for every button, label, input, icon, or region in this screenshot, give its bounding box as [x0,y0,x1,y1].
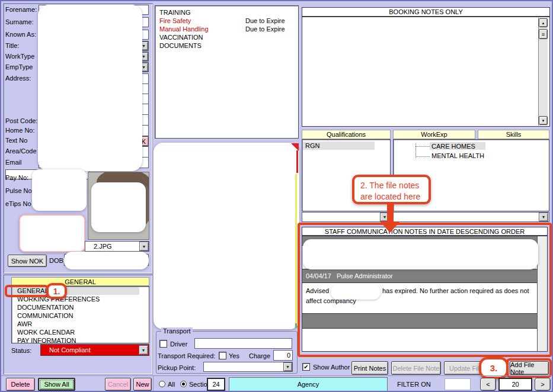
section-item-pay-information[interactable]: PAY INFORMATION [17,337,76,344]
yellow-panel-sliver [295,174,297,323]
tree-line-mental-health [415,156,430,157]
booking-notes-scrollbar[interactable]: ▲ ≡ ▼ [538,18,548,126]
scroll-up-icon[interactable]: ▲ [539,18,548,27]
personal-details-redaction [38,5,142,171]
training-line-vaccination[interactable]: VACCINATION [159,34,203,41]
prev-record-button[interactable]: < [480,378,496,391]
print-notes-button[interactable]: Print Notes [351,361,388,375]
section-item-documentation[interactable]: DOCUMENTATION [17,304,74,311]
address-label: Address: [5,75,31,82]
staff-record-window: Forename: Surname: Known As: Title: Work… [0,0,553,392]
annotation-step1-bubble: 1. [46,283,67,299]
booking-notes-textarea[interactable] [302,17,550,127]
section-number-input[interactable]: 24 [207,378,225,391]
known-as-label: Known As: [5,31,36,38]
forename-label: Forename: [5,6,37,13]
note-1-redaction [303,239,538,269]
pay-no-label: Pay No: [5,174,28,181]
yes-label: Yes [229,352,239,359]
filter-on-label: FILTER ON [397,381,431,388]
middle-notes-redaction [154,143,299,329]
training-line-documents[interactable]: DOCUMENTS [159,42,202,49]
filter-input[interactable] [445,378,471,390]
green-panel-sliver [295,323,297,328]
note-row-2-header[interactable]: 04/04/17 Pulse Administrator [302,269,537,283]
workexp-item-mental-health[interactable]: MENTAL HEALTH [431,152,484,159]
delete-button[interactable]: Delete [6,378,35,391]
status-label: Status: [11,347,31,354]
area-code-label: Area/Code [5,147,37,155]
status-select[interactable]: Not Compliant [40,344,149,356]
booking-notes-title: BOOKING NOTES ONLY [302,7,550,17]
show-all-button[interactable]: Show All [38,378,75,391]
qualifications-combo[interactable] [302,212,391,222]
training-status-fire-safety: Due to Expire [245,17,285,24]
qualification-item-rgn[interactable]: RGN [305,142,319,149]
tab-workexp[interactable]: WorkExp [393,130,475,139]
pickup-point-select[interactable] [203,362,293,372]
staff-notes-title: STAFF COMMUNICATION NOTES IN DATE DESCEN… [302,227,548,236]
note-2-text-end: has expired. No further action required … [382,287,529,294]
note-row-3-body[interactable] [302,329,537,351]
driver-checkbox[interactable] [159,340,167,348]
show-author-label: Show Author [313,364,350,371]
next-record-button[interactable]: > [535,378,551,391]
pay-numbers-redaction [32,169,87,211]
delete-file-note-button[interactable]: Delete File Note [391,361,441,375]
staff-notes-scrollbar[interactable] [537,236,547,351]
driver-input[interactable] [194,338,292,349]
email-label: Email [5,159,22,166]
photo-face-redaction [91,182,146,232]
note-2-redaction [331,284,381,300]
status-dropdown-icon[interactable]: ▼ [139,345,148,355]
pickup-point-label: Pickup Point: [158,364,196,371]
section-item-awr[interactable]: AWR [17,320,32,327]
postcode-label: Post Code: [5,117,37,124]
show-author-checkbox[interactable]: ✔ [302,363,310,371]
training-status-manual-handling: Due to Expire [245,25,285,33]
pickup-dropdown-icon[interactable]: ▼ [283,362,292,371]
add-file-note-button[interactable]: Add File Note [510,361,549,375]
new-button[interactable]: New [133,378,152,391]
text-no-label: Text No [5,137,27,144]
dob-label: DOB: [49,257,65,264]
tab-skills[interactable]: Skills [478,130,549,139]
pulse-no-label: Pulse No [5,187,32,194]
section-radio[interactable] [180,381,187,387]
training-line-header[interactable]: TRAINING [159,9,191,16]
workexp-item-care-homes[interactable]: CARE HOMES [431,143,475,150]
note-2-author: Pulse Administrator [337,272,393,279]
skills-combo-dropdown-icon[interactable]: ▼ [539,213,548,221]
nok-field-redaction [19,214,85,252]
skills-combo[interactable] [393,212,549,222]
title-label: Title: [5,42,19,49]
transport-required-checkbox[interactable] [219,352,226,359]
driver-label: Driver [170,340,187,348]
all-radio[interactable] [159,381,165,387]
surname-label: Surname: [5,18,34,25]
bottom-seam-left [153,375,154,392]
scrollbar-thumb[interactable]: ≡ [539,29,548,39]
note-row-3-header[interactable] [302,314,537,329]
all-radio-label: All [168,381,175,388]
emptype-label: EmpType [5,63,33,70]
worktype-label: WorkType [5,53,34,60]
photo-file-dropdown-icon[interactable]: ▼ [139,242,149,251]
training-line-manual-handling[interactable]: Manual Handling [159,25,209,33]
record-count-input[interactable]: 20 [498,378,532,391]
annotation-arrow-head [380,221,400,233]
scroll-down-icon[interactable]: ▼ [539,116,548,125]
tab-qualifications[interactable]: Qualifications [302,130,391,139]
transport-legend: Transport [161,327,193,335]
annotation-step1-ring [5,285,49,297]
training-line-fire-safety[interactable]: Fire Safety [159,17,191,24]
section-item-communication[interactable]: COMMUNICATION [17,312,73,319]
home-no-label: Home No: [5,127,35,134]
agency-banner: Agency [229,377,388,391]
charge-input[interactable]: 0 [273,350,293,361]
show-nok-button[interactable]: Show NOK [8,255,47,267]
cancel-button[interactable]: Cancel [105,378,131,391]
note-corner-stripe [296,150,298,173]
etips-no-label: eTips No [5,200,31,207]
section-item-work-calendar[interactable]: WORK CALENDAR [17,329,75,336]
